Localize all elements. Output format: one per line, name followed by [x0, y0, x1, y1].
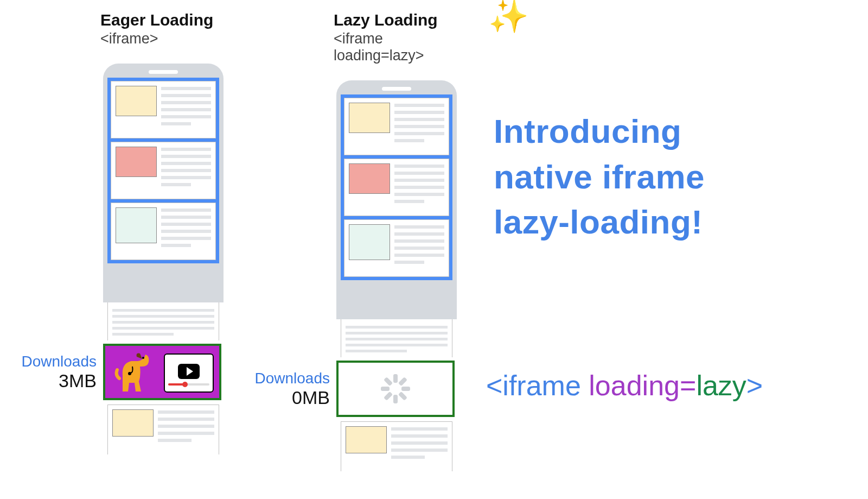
phone-screen — [107, 78, 219, 263]
thumb-icon — [346, 426, 387, 453]
code-attr: loading= — [589, 370, 696, 401]
iframe-row: Downloads 3MB — [0, 343, 233, 401]
after-card — [336, 421, 457, 471]
content-card — [111, 81, 216, 138]
content-card — [344, 98, 449, 155]
text-lines — [161, 207, 211, 255]
headline: Introducing native iframe lazy-loading! — [494, 109, 705, 245]
content-card — [111, 203, 216, 260]
iframe-loaded-icon — [103, 344, 221, 400]
downloads-label: Downloads — [233, 370, 330, 387]
text-lines — [391, 426, 448, 467]
dog-icon — [112, 348, 154, 395]
text-lines — [161, 147, 211, 194]
code-val: lazy — [696, 370, 746, 401]
sparkles-icon: ✨ — [488, 0, 529, 33]
text-lines — [394, 224, 444, 272]
column-lazy: Lazy Loading <iframe loading=lazy> — [233, 11, 467, 471]
code-tag-open: <iframe — [486, 370, 589, 401]
content-card — [344, 219, 449, 277]
eager-heading: Eager Loading <iframe> — [100, 11, 213, 47]
text-lines — [112, 307, 214, 336]
phone-eager — [103, 64, 224, 302]
eager-subtitle: <iframe> — [100, 30, 213, 47]
thumb-icon — [116, 207, 157, 243]
iframe-lazy-icon — [336, 361, 455, 417]
thumb-icon — [116, 147, 157, 177]
phone-lazy — [336, 80, 457, 319]
headline-line: native iframe — [494, 154, 705, 200]
content-card — [341, 421, 452, 471]
headline-line: lazy-loading! — [494, 199, 705, 245]
downloads-label-block: Downloads 3MB — [0, 353, 103, 391]
progress-bar-icon — [168, 383, 209, 386]
overflow-card — [336, 319, 457, 357]
thumb-icon — [349, 163, 390, 194]
content-card — [111, 142, 216, 199]
phone-speaker-icon — [382, 87, 411, 91]
svg-point-0 — [142, 357, 144, 359]
text-lines — [394, 163, 444, 211]
thumb-icon — [116, 86, 157, 116]
thumb-icon — [349, 224, 390, 260]
lazy-title: Lazy Loading — [334, 11, 467, 29]
downloads-label: Downloads — [0, 353, 97, 370]
phone-speaker-icon — [149, 70, 178, 74]
text-lines — [161, 86, 211, 134]
downloads-value: 3MB — [0, 370, 97, 391]
after-card — [103, 405, 224, 454]
lazy-subtitle: <iframe loading=lazy> — [334, 30, 467, 64]
content-card — [107, 302, 219, 340]
eager-title: Eager Loading — [100, 11, 213, 29]
column-eager: Eager Loading <iframe> — [0, 11, 233, 471]
lazy-heading: Lazy Loading <iframe loading=lazy> — [334, 11, 467, 64]
spinner-icon — [381, 374, 410, 403]
iframe-row: Downloads 0MB — [233, 359, 467, 418]
diagram-root: ✨ Eager Loading <iframe> — [0, 0, 868, 499]
play-icon — [178, 364, 200, 379]
thumb-icon — [112, 409, 154, 437]
video-player-icon — [164, 353, 214, 393]
thumb-icon — [349, 103, 390, 133]
text-lines — [346, 324, 448, 353]
headline-line: Introducing — [494, 109, 705, 154]
content-card — [107, 405, 219, 454]
text-lines — [394, 103, 444, 150]
downloads-value: 0MB — [233, 387, 330, 408]
downloads-label-block: Downloads 0MB — [233, 370, 336, 408]
comparison-columns: Eager Loading <iframe> — [0, 11, 868, 471]
svg-point-1 — [128, 372, 131, 375]
content-card — [341, 319, 452, 357]
overflow-card — [103, 302, 224, 340]
text-lines — [158, 409, 214, 450]
code-tag-close: > — [746, 370, 763, 401]
phone-screen — [341, 94, 452, 280]
code-snippet: <iframe loading=lazy> — [486, 369, 763, 402]
content-card — [344, 159, 449, 216]
